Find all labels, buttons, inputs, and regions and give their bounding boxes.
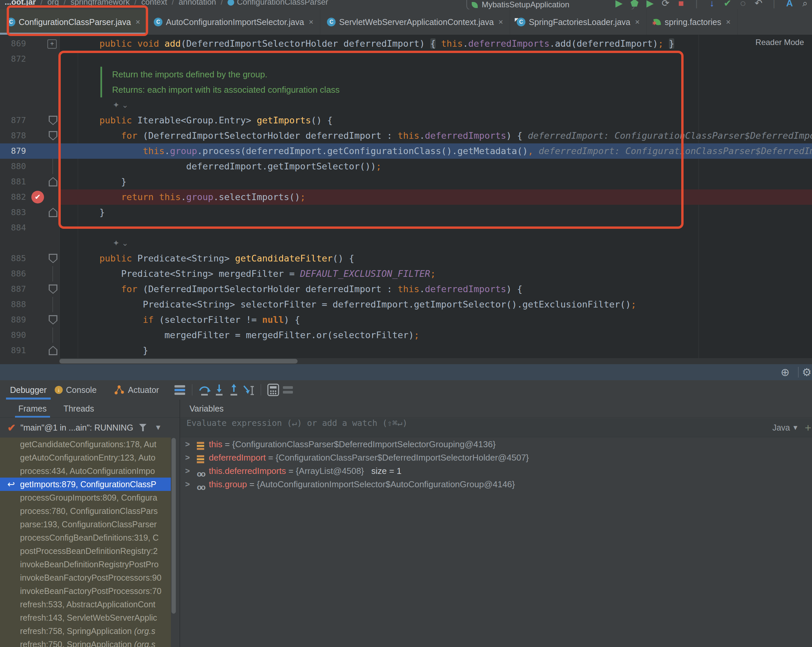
fold-marker-icon[interactable]: [49, 177, 57, 186]
code-line[interactable]: 879 this.group.process(deferredImport.ge…: [0, 143, 812, 159]
code-line[interactable]: 887 for (DeferredImportSelectorHolder de…: [0, 281, 812, 297]
filter-funnel-icon[interactable]: [139, 423, 147, 432]
code-line[interactable]: 882✔ return this.group.selectImports();: [0, 189, 812, 205]
code-line[interactable]: 883 }: [0, 205, 812, 220]
code-line[interactable]: 877 public Iterable<Group.Entry> getImpo…: [0, 113, 812, 128]
close-icon[interactable]: ×: [308, 17, 313, 27]
fold-marker-icon[interactable]: [49, 131, 57, 140]
history-button[interactable]: ◌: [736, 0, 750, 9]
thread-selector[interactable]: ✔ "main"@1 in ...ain": RUNNING ▼: [0, 418, 180, 437]
line-number[interactable]: 884: [0, 220, 26, 235]
code-line[interactable]: 891 }: [0, 343, 812, 358]
editor-tab[interactable]: CServletWebServerApplicationContext.java…: [320, 9, 510, 35]
fold-marker-icon[interactable]: [49, 116, 57, 125]
editor-tab[interactable]: CConfigurationClassParser.java×: [0, 9, 147, 35]
code-line[interactable]: 889 if (selectorFilter != null) {: [0, 312, 812, 328]
inlay-hint-icon[interactable]: ✦ ⌄: [113, 98, 128, 113]
coverage-run-button[interactable]: ▶: [643, 0, 657, 9]
variable-row[interactable]: >this = {ConfigurationClassParser$Deferr…: [180, 438, 812, 451]
gear-icon[interactable]: ⚙: [802, 364, 812, 380]
line-number[interactable]: 877: [0, 113, 26, 128]
breadcrumb-segment[interactable]: annotation: [179, 0, 216, 6]
frames-scrollbar[interactable]: [171, 438, 176, 613]
line-number[interactable]: 890: [0, 328, 26, 343]
frame-row[interactable]: invokeBeanDefinitionRegistryPostPro: [0, 558, 171, 571]
annotate-button[interactable]: A: [783, 0, 797, 9]
line-number[interactable]: 882: [0, 189, 26, 205]
fold-marker-icon[interactable]: [49, 254, 57, 263]
reader-mode-toggle[interactable]: Reader Mode: [756, 35, 804, 50]
chevron-down-icon[interactable]: ▼: [154, 423, 162, 432]
breadcrumb-segment[interactable]: springframework: [70, 0, 130, 6]
line-number[interactable]: 888: [0, 297, 26, 312]
layout-settings-icon[interactable]: [172, 383, 187, 397]
frame-row[interactable]: invokeBeanFactoryPostProcessors:70: [0, 584, 171, 598]
frame-row[interactable]: refresh:533, AbstractApplicationCont: [0, 598, 171, 611]
tab-threads[interactable]: Threads: [63, 400, 94, 418]
tab-console[interactable]: ↓ Console: [51, 380, 101, 400]
code-line[interactable]: Returns: each import with its associated…: [0, 82, 812, 98]
line-number[interactable]: 887: [0, 281, 26, 297]
breakpoint-icon[interactable]: ✔: [31, 191, 44, 203]
breadcrumb-segment[interactable]: ConfigurationClassParser: [237, 0, 328, 6]
line-number[interactable]: 869: [0, 36, 26, 51]
variable-row[interactable]: >oothis.deferredImports = {ArrayList@450…: [180, 464, 812, 478]
frame-row[interactable]: refresh:750, SpringApplication (org.s: [0, 638, 171, 647]
code-line[interactable]: Return the imports defined by the group.: [0, 67, 812, 82]
variables-list[interactable]: >this = {ConfigurationClassParser$Deferr…: [180, 438, 812, 647]
horizontal-scrollbar-thumb[interactable]: [60, 359, 298, 363]
frame-row[interactable]: getCandidateConfigurations:178, Aut: [0, 438, 171, 451]
step-over-icon[interactable]: [197, 383, 212, 397]
breadcrumb-segment[interactable]: ...oot.jar: [5, 0, 36, 6]
close-icon[interactable]: ×: [136, 17, 140, 27]
code-line[interactable]: 886 Predicate<String> mergedFilter = DEF…: [0, 266, 812, 281]
frame-row[interactable]: refresh:143, ServletWebServerApplic: [0, 611, 171, 624]
frame-row[interactable]: ↩getImports:879, ConfigurationClassP: [0, 478, 171, 491]
code-line[interactable]: 878 for (DeferredImportSelectorHolder de…: [0, 128, 812, 143]
frame-row[interactable]: getAutoConfigurationEntry:123, Auto: [0, 451, 171, 464]
fold-marker-icon[interactable]: [49, 284, 57, 294]
variable-row[interactable]: >deferredImport = {ConfigurationClassPar…: [180, 451, 812, 464]
code-line[interactable]: 869+ public void add(DeferredImportSelec…: [0, 36, 812, 51]
language-selector[interactable]: Java: [772, 418, 790, 437]
variable-row[interactable]: >oothis.group = {AutoConfigurationImport…: [180, 478, 812, 491]
line-number[interactable]: 879: [0, 143, 26, 159]
code-line[interactable]: 881 }: [0, 174, 812, 189]
code-editor[interactable]: 869+ public void add(DeferredImportSelec…: [0, 35, 812, 364]
code-line[interactable]: 880 deferredImport.getImportSelector());: [0, 159, 812, 174]
view-options-icon[interactable]: [281, 383, 295, 397]
tab-debugger[interactable]: Debugger: [6, 380, 51, 400]
frame-row[interactable]: invokeBeanFactoryPostProcessors:90: [0, 571, 171, 584]
editor-tab[interactable]: CAutoConfigurationImportSelector.java×: [147, 9, 320, 35]
run-button[interactable]: ▶: [612, 0, 626, 9]
line-number[interactable]: 881: [0, 174, 26, 189]
frame-row[interactable]: parse:193, ConfigurationClassParser: [0, 517, 171, 531]
editor-tab[interactable]: C◤SpringFactoriesLoader.java×: [510, 9, 647, 35]
frame-row[interactable]: processGroupImports:809, Configura: [0, 491, 171, 504]
expand-chevron-icon[interactable]: >: [185, 464, 190, 478]
code-line[interactable]: 885 public Predicate<String> getCandidat…: [0, 251, 812, 266]
breadcrumb-segment[interactable]: context: [141, 0, 167, 6]
code-line[interactable]: 884: [0, 220, 812, 235]
code-line[interactable]: 888 Predicate<String> selectorFilter = d…: [0, 297, 812, 312]
chevron-down-icon[interactable]: ▼: [792, 418, 799, 437]
frames-list[interactable]: getCandidateConfigurations:178, AutgetAu…: [0, 438, 180, 647]
line-number[interactable]: 889: [0, 312, 26, 328]
close-icon[interactable]: ×: [726, 17, 731, 27]
expand-chevron-icon[interactable]: >: [185, 451, 190, 464]
frame-row[interactable]: refresh:758, SpringApplication (org.s: [0, 624, 171, 638]
close-icon[interactable]: ×: [498, 17, 503, 27]
expand-chevron-icon[interactable]: >: [185, 438, 190, 451]
tab-actuator[interactable]: Actuator: [110, 380, 163, 400]
line-number[interactable]: 885: [0, 251, 26, 266]
line-number[interactable]: 891: [0, 343, 26, 358]
stop-button[interactable]: ■: [674, 0, 688, 9]
line-number[interactable]: 883: [0, 205, 26, 220]
update-project-button[interactable]: ↓: [705, 0, 719, 9]
fold-expand-icon[interactable]: +: [47, 39, 57, 49]
horizontal-scrollbar[interactable]: [60, 358, 812, 364]
step-out-icon[interactable]: [226, 383, 241, 397]
rollback-button[interactable]: ↶: [752, 0, 766, 9]
fold-marker-icon[interactable]: [49, 315, 57, 325]
line-number[interactable]: 878: [0, 128, 26, 143]
